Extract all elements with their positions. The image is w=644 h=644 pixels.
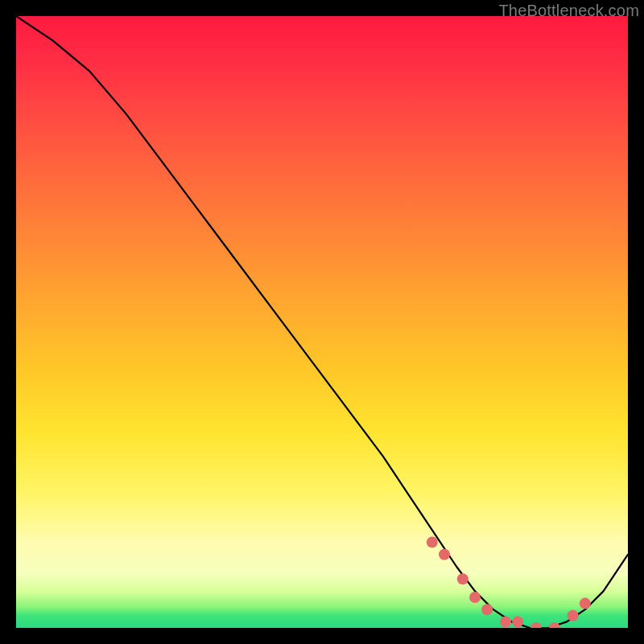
marker-point [427,537,438,548]
marker-point [512,616,523,627]
marker-point [500,616,511,627]
chart-line [16,16,628,628]
chart-svg [16,16,628,628]
chart-plot-area [16,16,628,628]
marker-point [580,598,591,609]
marker-point [469,592,481,603]
marker-point [530,622,542,628]
marker-point [481,604,493,615]
chart-markers [427,537,591,628]
chart-frame: TheBottleneck.com [0,0,644,644]
marker-point [439,549,450,560]
marker-point [568,610,579,621]
marker-point [549,622,560,628]
watermark-text: TheBottleneck.com [498,2,639,20]
marker-point [457,573,469,584]
